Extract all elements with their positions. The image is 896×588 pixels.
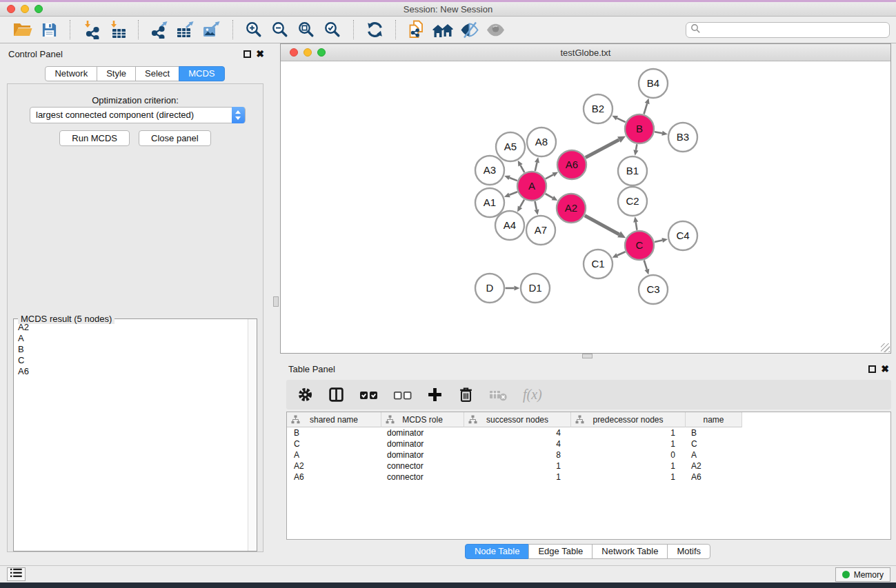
status-list-button[interactable] xyxy=(7,567,26,581)
tab-mcds[interactable]: MCDS xyxy=(179,66,224,81)
edge-A2-C[interactable] xyxy=(585,216,619,234)
node-label-A7: A7 xyxy=(535,224,547,236)
search-input[interactable] xyxy=(704,23,889,37)
column-header-MCDS-role[interactable]: MCDS role xyxy=(381,412,464,427)
deselect-all-icon[interactable] xyxy=(393,385,412,405)
column-header-successor-nodes[interactable]: successor nodes xyxy=(464,412,571,427)
export-image-icon[interactable] xyxy=(200,19,223,41)
table-row[interactable]: Bdominator41B xyxy=(287,427,890,438)
tab-network[interactable]: Network xyxy=(45,66,97,81)
close-table-panel-icon[interactable]: ✖ xyxy=(881,363,889,374)
refresh-icon[interactable] xyxy=(363,19,386,41)
home-icon[interactable] xyxy=(431,19,455,41)
edge-C-C4[interactable] xyxy=(655,241,662,243)
network-canvas[interactable]: B4B2BB3A5A8A6A3AB1A1C2A4A7A2C4CC1C3DD1 xyxy=(281,62,890,353)
import-network-icon[interactable] xyxy=(79,19,103,41)
result-item[interactable]: A2 xyxy=(14,322,248,333)
edge-A-A3[interactable] xyxy=(510,178,517,181)
table-row[interactable]: Cdominator41C xyxy=(287,438,890,449)
run-mcds-button[interactable]: Run MCDS xyxy=(59,130,130,146)
edge-B-B2[interactable] xyxy=(617,118,626,122)
table-panel-tabs: Node TableEdge TableNetwork TableMotifs xyxy=(280,544,896,559)
zoom-selected-icon[interactable] xyxy=(321,19,344,41)
edge-A-A2[interactable] xyxy=(546,194,553,198)
toolbar-separator xyxy=(138,20,139,39)
search-icon xyxy=(690,23,701,37)
export-network-icon[interactable] xyxy=(148,19,171,41)
zoom-in-icon[interactable] xyxy=(242,19,266,41)
import-table-icon[interactable] xyxy=(106,19,129,41)
horizontal-splitter-handle[interactable] xyxy=(582,354,593,358)
table-row[interactable]: Adominator80A xyxy=(287,449,890,460)
edge-B-B3[interactable] xyxy=(655,132,662,133)
column-header-shared-name[interactable]: shared name xyxy=(287,412,381,427)
eye-icon[interactable] xyxy=(484,19,507,41)
edge-A-A5[interactable] xyxy=(521,165,525,172)
edge-C-C2[interactable] xyxy=(636,222,637,230)
column-view-icon[interactable] xyxy=(328,385,344,405)
save-session-icon[interactable] xyxy=(37,19,61,41)
node-label-A5: A5 xyxy=(504,141,517,152)
edge-A-A4[interactable] xyxy=(520,200,524,207)
zoom-fit-icon[interactable] xyxy=(295,19,318,41)
add-icon[interactable] xyxy=(427,385,443,405)
tab-style[interactable]: Style xyxy=(97,66,136,81)
tab-select[interactable]: Select xyxy=(135,66,179,81)
column-label: MCDS role xyxy=(402,415,443,425)
result-scrollbar[interactable] xyxy=(248,319,257,551)
org-chart-icon xyxy=(291,415,300,426)
edge-arrow-icon xyxy=(534,209,539,215)
network-window-titlebar[interactable]: testGlobe.txt xyxy=(281,44,890,61)
edge-B-B4[interactable] xyxy=(644,103,648,114)
table-tab-motifs[interactable]: Motifs xyxy=(667,544,710,559)
float-panel-icon[interactable] xyxy=(243,50,251,58)
table-cell: 1 xyxy=(464,472,571,483)
criterion-dropdown[interactable]: largest connected component (directed) xyxy=(30,107,246,123)
table-row[interactable]: A6connector11A6 xyxy=(287,472,890,483)
result-item[interactable]: A xyxy=(14,333,248,344)
toolbar-separator xyxy=(353,20,354,39)
table-panel-header: Table Panel ✖ xyxy=(280,363,896,376)
memory-button[interactable]: Memory xyxy=(835,567,890,582)
edge-A-A6[interactable] xyxy=(546,174,553,179)
node-label-B: B xyxy=(636,123,643,134)
open-file-icon[interactable] xyxy=(11,19,34,41)
float-table-panel-icon[interactable] xyxy=(868,365,876,373)
edge-C-C1[interactable] xyxy=(617,252,626,255)
edge-A-A7[interactable] xyxy=(535,201,537,210)
resize-grip-icon[interactable] xyxy=(881,343,890,352)
graphics-details-icon[interactable] xyxy=(457,19,481,41)
session-title: Session: New Session xyxy=(0,4,896,14)
column-header-name[interactable]: name xyxy=(686,412,742,427)
close-panel-icon[interactable]: ✖ xyxy=(256,48,264,59)
search-box[interactable] xyxy=(686,22,890,38)
mcds-result-list[interactable]: A2ABCA6 xyxy=(14,322,248,551)
result-item[interactable]: B xyxy=(14,344,248,355)
select-all-icon[interactable] xyxy=(359,385,378,405)
table-row[interactable]: A2connector11A2 xyxy=(287,460,890,472)
edge-B-B1[interactable] xyxy=(636,144,637,150)
edge-A-A8[interactable] xyxy=(535,163,537,171)
mcds-tab-content: Optimization criterion: largest connecte… xyxy=(7,83,263,552)
network-view-window: testGlobe.txt B4B2BB3A5A8A6A3AB1A1C2A4A7… xyxy=(280,43,891,354)
export-table-icon[interactable] xyxy=(174,19,197,41)
table-cell: 4 xyxy=(464,438,571,449)
edge-C-C3[interactable] xyxy=(644,261,647,270)
table-tab-edge-table[interactable]: Edge Table xyxy=(528,544,593,559)
delete-icon[interactable] xyxy=(458,385,474,405)
vertical-splitter-handle[interactable] xyxy=(273,296,279,307)
table-tab-node-table[interactable]: Node Table xyxy=(465,544,530,559)
result-item[interactable]: C xyxy=(14,355,248,366)
result-item[interactable]: A6 xyxy=(14,366,248,377)
clone-network-icon[interactable] xyxy=(405,19,428,41)
table-tab-network-table[interactable]: Network Table xyxy=(592,544,668,559)
edge-A-A1[interactable] xyxy=(509,192,517,195)
column-label: shared name xyxy=(310,415,358,425)
table-cell: C xyxy=(686,438,742,449)
zoom-out-icon[interactable] xyxy=(268,19,292,41)
gear-icon[interactable] xyxy=(297,385,313,405)
close-panel-button[interactable]: Close panel xyxy=(139,130,211,146)
table-cell: B xyxy=(686,427,742,438)
edge-A6-B[interactable] xyxy=(586,140,619,158)
column-header-predecessor-nodes[interactable]: predecessor nodes xyxy=(571,412,686,427)
